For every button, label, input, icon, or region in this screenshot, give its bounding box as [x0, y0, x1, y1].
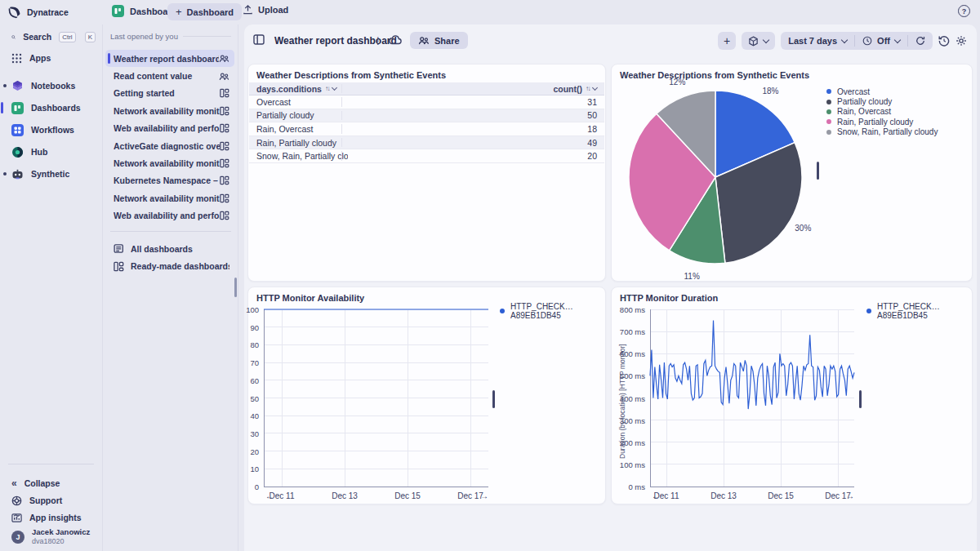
y-tick-label: 80 — [231, 340, 259, 349]
list-item[interactable]: Web availability and perfo... — [105, 207, 234, 224]
column-header-conditions[interactable]: days.conditions ↑↓ — [249, 84, 348, 94]
y-tick-label: 70 — [231, 358, 259, 367]
new-dashboard-button[interactable]: + Dashboard — [167, 3, 242, 20]
rail-item-workflows[interactable]: Workflows — [0, 121, 102, 139]
rail-item-search[interactable]: Search Ctrl K — [0, 28, 102, 46]
list-item[interactable]: Getting started — [105, 85, 234, 102]
support-lifebuoy-icon — [11, 495, 22, 506]
dynatrace-logo-icon — [8, 6, 21, 19]
chevron-down-icon — [894, 36, 901, 42]
chevron-down-icon[interactable] — [332, 85, 337, 91]
cell-count: 18 — [348, 124, 604, 134]
list-item[interactable]: ActiveGate diagnostic over... — [105, 137, 234, 154]
list-item[interactable]: Kubernetes Namespace – ... — [105, 172, 234, 189]
all-dashboards-icon — [114, 243, 124, 254]
chevron-down-icon[interactable] — [592, 85, 598, 91]
scroll-right-arrow[interactable]: → — [480, 492, 488, 500]
toggle-sidebar-button[interactable] — [253, 34, 265, 45]
dashboard-menu-button[interactable]: ⋮ — [373, 35, 383, 47]
refresh-button[interactable] — [908, 32, 933, 50]
dashboard-list-panel: Last opened by you Weather report dashbo… — [102, 24, 238, 551]
rail-item-apps[interactable]: Apps — [0, 49, 102, 67]
y-tick-label: 400 ms — [617, 394, 645, 403]
legend-item[interactable]: Rain, Overcast — [826, 107, 938, 117]
legend-item[interactable]: Rain, Partially cloudy — [826, 117, 938, 127]
synthetic-label: Synthetic — [31, 169, 69, 179]
legend-item[interactable]: Partially cloudy — [826, 96, 938, 106]
cell-count: 31 — [348, 97, 604, 107]
user-menu[interactable]: J Jacek Janowicz dva18020 — [0, 527, 102, 548]
share-button[interactable]: Share — [410, 32, 468, 49]
timeframe-dropdown[interactable]: Last 7 days — [781, 32, 854, 50]
rail-item-support[interactable]: Support — [0, 491, 102, 509]
table-row[interactable]: Rain, Overcast 18 — [249, 122, 604, 136]
clock-icon — [862, 36, 872, 46]
pie-legend: Overcast Partially cloudy Rain, Overcast… — [826, 87, 938, 137]
board-icon — [220, 88, 229, 98]
kebab-icon: ⋮ — [373, 35, 383, 47]
legend-item[interactable]: Snow, Rain, Partially cloudy — [826, 127, 938, 137]
table-row[interactable]: Rain, Partially cloudy 49 — [249, 136, 604, 150]
table-row[interactable]: Snow, Rain, Partially cloudy 20 — [249, 149, 604, 163]
history-icon — [938, 35, 950, 47]
scroll-left-arrow[interactable]: ← — [652, 492, 660, 500]
rail-item-dashboards[interactable]: Dashboards — [0, 99, 102, 117]
legend-label: HTTP_CHECK…A89EB1DB45 — [510, 302, 605, 320]
help-button[interactable]: ? — [958, 5, 970, 17]
tile-weather-pie: Weather Descriptions from Synthetic Even… — [611, 64, 973, 282]
column-header-count[interactable]: count() ↑↓ — [348, 84, 604, 94]
rail-item-collapse[interactable]: « Collapse — [0, 474, 102, 492]
legend-item[interactable]: HTTP_CHECK…A89EB1DB45 — [866, 306, 972, 316]
all-dashboards-link[interactable]: All dashboards — [105, 240, 234, 257]
rail-item-notebooks[interactable]: Notebooks — [0, 77, 102, 95]
history-button[interactable] — [938, 35, 950, 47]
auto-refresh-label: Off — [877, 36, 890, 46]
legend-resize-handle[interactable] — [817, 162, 819, 180]
user-name: Jacek Janowicz — [32, 528, 90, 537]
list-item[interactable]: Read content value — [105, 67, 234, 84]
cell-count: 50 — [348, 110, 604, 120]
settings-button[interactable] — [956, 35, 967, 47]
board-icon — [220, 141, 229, 151]
rail-item-synthetic[interactable]: Synthetic — [0, 165, 102, 183]
rail-item-app-insights[interactable]: App insights — [0, 509, 102, 527]
list-item[interactable]: Network availability monit... — [105, 102, 234, 119]
list-item[interactable]: Web availability and perfo... — [105, 120, 234, 137]
y-tick-label: 20 — [231, 447, 259, 456]
sort-icon[interactable]: ↑↓ — [586, 85, 590, 92]
tile-http-duration: HTTP Monitor Duration Duration (by locat… — [611, 287, 973, 504]
ready-made-dashboards-link[interactable]: Ready-made dashboards — [105, 257, 234, 274]
section-label: Last opened by you — [110, 32, 231, 41]
add-tile-button[interactable]: + — [718, 32, 736, 50]
table-row[interactable]: Partially cloudy 50 — [249, 109, 604, 123]
variables-dropdown[interactable] — [742, 32, 775, 50]
auto-refresh-dropdown[interactable]: Off — [855, 32, 907, 50]
legend-resize-handle[interactable] — [859, 390, 862, 408]
legend-resize-handle[interactable] — [492, 390, 495, 408]
legend-item[interactable]: Overcast — [826, 87, 938, 96]
scroll-left-arrow[interactable]: ← — [265, 492, 274, 500]
column-divider[interactable] — [341, 84, 342, 93]
dynatrace-brand[interactable]: Dynatrace — [8, 6, 69, 19]
cell-condition: Overcast — [249, 97, 348, 107]
cell-count: 49 — [348, 138, 604, 148]
legend-label: Snow, Rain, Partially cloudy — [837, 127, 938, 136]
legend-dot — [826, 89, 831, 94]
list-item[interactable]: Weather report dashboard — [105, 50, 234, 67]
plus-icon: + — [724, 34, 730, 47]
list-item[interactable]: Network availability monit... — [105, 189, 234, 207]
list-item-label: Web availability and perfo... — [114, 123, 220, 133]
list-item-label: Network availability monit... — [114, 158, 220, 168]
scroll-right-arrow[interactable]: → — [846, 492, 854, 500]
sort-icon[interactable]: ↑↓ — [325, 85, 329, 92]
panel-scrollbar-thumb[interactable] — [234, 278, 237, 297]
upload-button[interactable]: Upload — [238, 3, 293, 16]
rail-item-hub[interactable]: Hub — [0, 143, 102, 161]
refresh-icon — [915, 36, 925, 46]
table-row[interactable]: Overcast 31 — [249, 96, 604, 109]
list-item[interactable]: Network availability monit... — [105, 154, 234, 171]
new-dashboard-label: Dashboard — [187, 7, 234, 17]
legend-item[interactable]: HTTP_CHECK…A89EB1DB45 — [500, 306, 605, 316]
sync-status-button[interactable] — [389, 35, 402, 45]
y-tick-label: 10 — [231, 464, 259, 473]
